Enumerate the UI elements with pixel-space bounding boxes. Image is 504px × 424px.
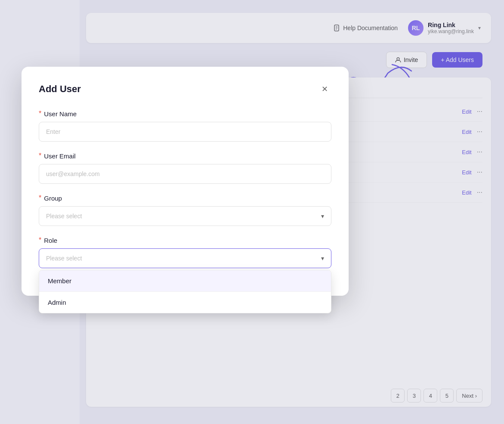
modal-title: Add User bbox=[39, 84, 81, 95]
role-required-star: * bbox=[39, 236, 41, 244]
username-label-text: User Name bbox=[44, 110, 77, 118]
role-select-wrapper: Please select ▾ Member Admin bbox=[39, 248, 331, 268]
group-field-group: * Group Please select ▾ bbox=[39, 194, 331, 226]
role-admin-label: Admin bbox=[48, 299, 66, 306]
email-label: * User Email bbox=[39, 152, 331, 160]
group-label: * Group bbox=[39, 194, 331, 202]
role-label-text: Role bbox=[44, 237, 57, 244]
email-required-star: * bbox=[39, 152, 41, 160]
role-label: * Role bbox=[39, 236, 331, 244]
group-required-star: * bbox=[39, 194, 41, 202]
role-chevron-icon: ▾ bbox=[321, 255, 324, 262]
group-select[interactable]: Please select ▾ bbox=[39, 206, 331, 226]
role-placeholder: Please select bbox=[46, 255, 82, 262]
email-label-text: User Email bbox=[44, 152, 75, 160]
role-select[interactable]: Please select ▾ bbox=[39, 248, 331, 268]
group-chevron-icon: ▾ bbox=[321, 213, 324, 220]
group-label-text: Group bbox=[44, 195, 62, 202]
username-field-group: * User Name bbox=[39, 110, 331, 142]
username-required-star: * bbox=[39, 110, 41, 118]
group-placeholder: Please select bbox=[46, 213, 82, 220]
role-option-admin[interactable]: Admin bbox=[39, 291, 331, 313]
username-label: * User Name bbox=[39, 110, 331, 118]
role-field-group: * Role Please select ▾ Member Admin bbox=[39, 236, 331, 268]
username-input[interactable] bbox=[39, 122, 331, 142]
add-user-modal: Add User ✕ * User Name * User Email * Gr… bbox=[22, 67, 349, 296]
modal-close-button[interactable]: ✕ bbox=[318, 82, 331, 96]
modal-header: Add User ✕ bbox=[39, 82, 331, 96]
role-option-member[interactable]: Member bbox=[39, 270, 331, 291]
role-member-label: Member bbox=[48, 277, 71, 285]
role-dropdown-menu: Member Admin bbox=[39, 270, 331, 313]
email-field-group: * User Email bbox=[39, 152, 331, 184]
email-input[interactable] bbox=[39, 164, 331, 184]
